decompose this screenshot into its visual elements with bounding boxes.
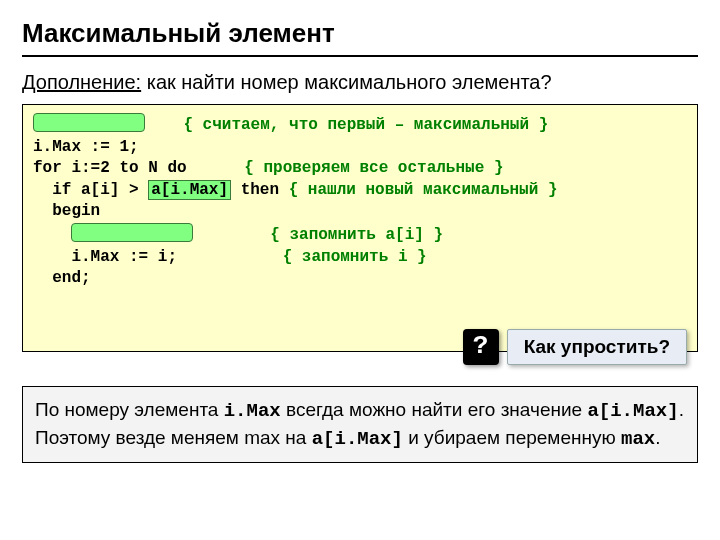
callout-text: Как упростить? <box>507 329 687 365</box>
code-comment-4: { нашли новый максимальный } <box>289 181 558 199</box>
subtitle-prefix: Дополнение: <box>22 71 141 93</box>
callout: ? Как упростить? <box>463 329 687 365</box>
code-line-2: i.Max := 1; <box>33 138 139 156</box>
note-t2: всегда можно найти его значение <box>281 399 588 420</box>
code-line-3a: for i:=2 to N do <box>33 159 187 177</box>
code-comment-3: { проверяем все остальные } <box>244 159 503 177</box>
masked-code-2 <box>71 223 193 242</box>
code-comment-6: { запомнить a[i] } <box>270 226 443 244</box>
code-line-7: i.Max := i; <box>33 248 177 266</box>
divider <box>22 55 698 57</box>
code-line-4a: if a[i] > <box>33 181 148 199</box>
code-comment-1: { считаем, что первый – максимальный } <box>183 116 548 134</box>
subtitle-rest: как найти номер максимального элемента? <box>141 71 551 93</box>
note-m1: i.Max <box>224 400 281 422</box>
note-box: По номеру элемента i.Max всегда можно на… <box>22 386 698 463</box>
question-mark-icon: ? <box>463 329 499 365</box>
note-m3: a[i.Max] <box>312 428 403 450</box>
note-t1: По номеру элемента <box>35 399 224 420</box>
code-block: { считаем, что первый – максимальный } i… <box>22 104 698 352</box>
note-m2: a[i.Max] <box>587 400 678 422</box>
code-highlight: a[i.Max] <box>148 180 231 200</box>
code-line-8: end; <box>33 269 91 287</box>
code-line-5: begin <box>33 202 100 220</box>
subtitle: Дополнение: как найти номер максимальног… <box>22 71 698 94</box>
code-comment-7: { запомнить i } <box>283 248 427 266</box>
slide: Максимальный элемент Дополнение: как най… <box>0 0 720 463</box>
code-line-4b: then <box>231 181 289 199</box>
note-t5: . <box>655 427 660 448</box>
note-m4: max <box>621 428 655 450</box>
note-t4: и убираем переменную <box>403 427 621 448</box>
slide-title: Максимальный элемент <box>22 18 698 49</box>
masked-code-1 <box>33 113 145 132</box>
